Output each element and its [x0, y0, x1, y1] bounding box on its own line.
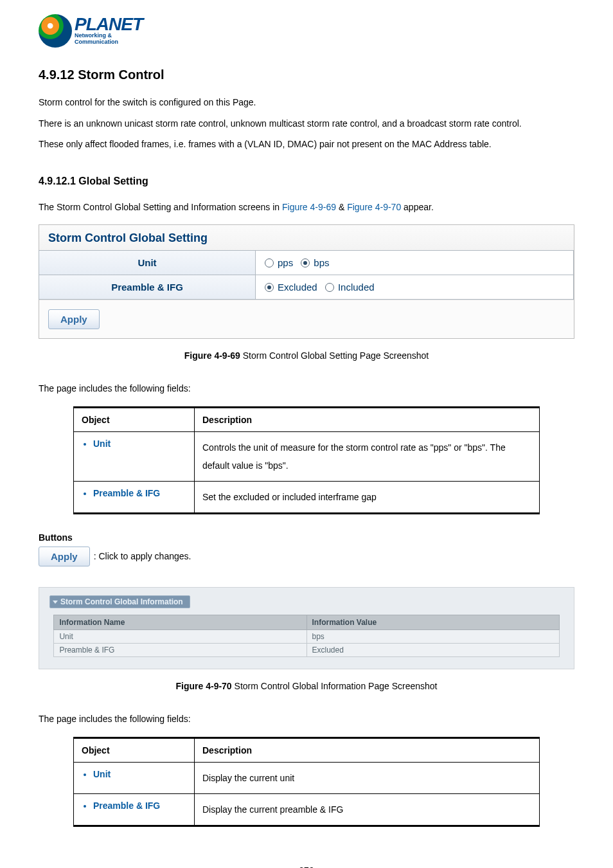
fields-intro-1: The page includes the following fields: — [39, 380, 574, 397]
col-object: Object — [74, 407, 195, 431]
brand-logo: PLANET Networking & Communication — [39, 13, 574, 48]
desc2-preamble: Display the current preamble & IFG — [195, 793, 540, 826]
fields-table-2: Object Description Unit Display the curr… — [73, 737, 540, 827]
unit-pps-radio[interactable] — [265, 258, 274, 267]
apply-button[interactable]: Apply — [48, 309, 100, 329]
storm-control-setting-panel: Storm Control Global Setting Unit pps bp… — [39, 224, 574, 339]
preamble-included-label: Included — [338, 282, 375, 293]
preamble-excluded-radio[interactable] — [265, 283, 274, 292]
logo-brand: PLANET — [75, 16, 154, 32]
obj-unit: Unit — [93, 439, 186, 449]
buttons-header: Buttons — [39, 532, 574, 543]
section-number: 4.9.12 — [39, 68, 75, 82]
unit-bps-radio[interactable] — [301, 258, 310, 267]
table-row: Unit bps — [54, 629, 559, 643]
setting-panel-title: Storm Control Global Setting — [39, 225, 574, 251]
setting-row-preamble: Preamble & IFG Excluded Included — [39, 275, 574, 300]
logo-swirl-icon — [39, 14, 72, 48]
intro-p2: There is an unknown unicast storm rate c… — [39, 115, 574, 132]
setting-value-unit: pps bps — [255, 250, 574, 275]
preamble-excluded-label: Excluded — [278, 282, 317, 293]
table-row: Preamble & IFG Set the excluded or inclu… — [74, 481, 540, 513]
figure-link-69[interactable]: Figure 4-9-69 — [282, 202, 336, 212]
section-title: Storm Control — [78, 68, 164, 82]
logo-tagline: Networking & Communication — [75, 32, 154, 45]
intro-p3: These only affect flooded frames, i.e. f… — [39, 136, 574, 153]
desc-unit: Controls the unit of measure for the sto… — [195, 431, 540, 481]
setting-row-unit: Unit pps bps — [39, 251, 574, 275]
unit-pps-label: pps — [278, 257, 293, 268]
info-panel-legend[interactable]: Storm Control Global Information — [49, 595, 190, 608]
preamble-included-radio[interactable] — [325, 283, 334, 292]
fields-intro-2: The page includes the following fields: — [39, 710, 574, 728]
col-description-2: Description — [195, 737, 540, 762]
col-info-value: Information Value — [306, 615, 559, 629]
unit-bps-label: bps — [314, 257, 329, 268]
figure-70-caption: Figure 4-9-70 Storm Control Global Infor… — [39, 681, 574, 691]
figure-69-caption: Figure 4-9-69 Storm Control Global Setti… — [39, 350, 574, 361]
desc2-unit: Display the current unit — [195, 762, 540, 793]
desc-preamble: Set the excluded or included interframe … — [195, 481, 540, 513]
chevron-down-icon — [53, 601, 58, 604]
storm-control-info-panel: Storm Control Global Information Informa… — [39, 587, 574, 669]
subsection-intro: The Storm Control Global Setting and Inf… — [39, 199, 574, 216]
obj2-unit: Unit — [93, 769, 186, 779]
apply-button-inline[interactable]: Apply — [39, 547, 90, 566]
setting-label-unit: Unit — [39, 250, 256, 275]
info-name-unit: Unit — [54, 629, 306, 643]
col-object-2: Object — [74, 737, 195, 762]
info-value-preamble: Excluded — [306, 643, 559, 656]
setting-label-preamble: Preamble & IFG — [39, 275, 256, 300]
section-heading: 4.9.12 Storm Control — [39, 68, 574, 82]
col-info-name: Information Name — [54, 615, 306, 629]
obj2-preamble: Preamble & IFG — [93, 800, 186, 811]
apply-button-desc: : Click to apply changes. — [94, 551, 191, 561]
info-table: Information Name Information Value Unit … — [53, 615, 559, 657]
table-row: Unit Controls the unit of measure for th… — [74, 431, 540, 481]
setting-value-preamble: Excluded Included — [255, 275, 574, 300]
fields-table-1: Object Description Unit Controls the uni… — [73, 406, 540, 514]
col-description: Description — [195, 407, 540, 431]
info-name-preamble: Preamble & IFG — [54, 643, 306, 656]
subsection-heading: 4.9.12.1 Global Setting — [39, 176, 574, 187]
table-row: Unit Display the current unit — [74, 762, 540, 793]
intro-p1: Storm control for the switch is configur… — [39, 94, 574, 111]
table-row: Preamble & IFG Excluded — [54, 643, 559, 656]
subsection-title: Global Setting — [78, 176, 148, 186]
figure-link-70[interactable]: Figure 4-9-70 — [347, 202, 401, 212]
table-row: Preamble & IFG Display the current pream… — [74, 793, 540, 826]
obj-preamble: Preamble & IFG — [93, 488, 186, 498]
page-number: 270 — [39, 865, 574, 868]
info-legend-text: Storm Control Global Information — [60, 597, 183, 606]
subsection-number: 4.9.12.1 — [39, 176, 76, 186]
info-value-unit: bps — [306, 629, 559, 643]
